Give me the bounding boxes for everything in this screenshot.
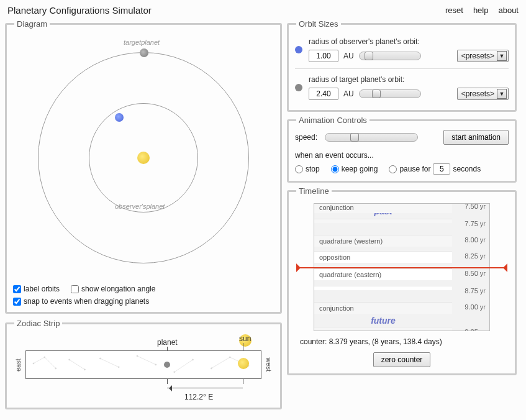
zodiac-strip[interactable] xyxy=(25,350,261,379)
speed-slider[interactable] xyxy=(325,133,418,142)
zodiac-planet-label: planet xyxy=(157,338,166,347)
timeline-time: 9.00 yr xyxy=(465,303,486,311)
diagram-panel: Diagram targetplanet observer'splanet la… xyxy=(5,19,282,314)
observer-dot-icon xyxy=(295,46,302,53)
observer-planet[interactable] xyxy=(115,113,124,122)
event-keep-radio[interactable]: keep going xyxy=(331,165,378,173)
zodiac-sun-label: sun xyxy=(239,334,252,347)
speed-label: speed: xyxy=(295,133,317,142)
orbit-sizes-panel: Orbit Sizes radius of observer's planet'… xyxy=(287,19,517,112)
svg-line-14 xyxy=(34,357,45,363)
timeline-row[interactable]: quadrature (western) xyxy=(314,235,452,247)
chevron-down-icon[interactable]: ▼ xyxy=(497,89,507,99)
about-link[interactable]: about xyxy=(498,6,519,15)
timeline-time: 8.25 yr xyxy=(465,252,486,260)
timeline-row[interactable]: conjunction xyxy=(314,203,452,213)
target-dot-icon xyxy=(295,84,302,91)
show-elongation-checkbox[interactable]: show elongation angle xyxy=(71,285,155,293)
orbit-sizes-legend: Orbit Sizes xyxy=(296,19,341,29)
svg-line-17 xyxy=(100,358,119,367)
svg-line-20 xyxy=(211,357,230,368)
timeline-time: 8.75 yr xyxy=(465,287,486,294)
target-radius-input[interactable] xyxy=(309,88,338,100)
app-title: Planetary Configurations Simulator xyxy=(7,5,152,16)
event-stop-radio[interactable]: stop xyxy=(295,165,320,173)
timeline-time: 8.00 yr xyxy=(465,236,486,244)
timeline-time: 7.50 yr xyxy=(465,203,486,210)
diagram-canvas[interactable]: targetplanet observer'splanet xyxy=(13,34,274,282)
start-animation-button[interactable]: start animation xyxy=(443,130,509,145)
observer-radius-slider[interactable] xyxy=(359,52,421,60)
timeline-future-label: future xyxy=(314,316,452,326)
timeline-row[interactable] xyxy=(314,327,452,331)
snap-to-events-checkbox[interactable]: snap to events when dragging planets xyxy=(13,297,149,306)
zodiac-angle-value: 112.2° E xyxy=(184,393,213,401)
timeline-now-marker xyxy=(296,267,507,268)
counter-text: counter: 8.379 years, (8 years, 138.4 da… xyxy=(300,337,504,346)
target-unit: AU xyxy=(343,89,354,98)
target-radius-label: radius of target planet's orbit: xyxy=(309,75,509,84)
zodiac-panel: Zodiac Strip east west planet sun xyxy=(5,319,282,409)
constellation-icon xyxy=(26,351,261,379)
reset-link[interactable]: reset xyxy=(445,6,463,15)
timeline-time: 7.75 yr xyxy=(465,220,486,227)
target-presets-dropdown[interactable]: <presets> ▼ xyxy=(457,88,509,100)
svg-line-15 xyxy=(45,357,56,368)
timeline-row[interactable]: opposition xyxy=(314,251,452,263)
diagram-legend: Diagram xyxy=(14,19,50,29)
svg-line-18 xyxy=(137,356,156,365)
event-occurs-label: when an event occurs... xyxy=(295,151,509,160)
target-planet[interactable] xyxy=(140,48,148,57)
sun-icon xyxy=(137,152,150,164)
timeline-time: 9.25 yr xyxy=(465,328,486,331)
timeline-row[interactable]: quadrature (eastern) xyxy=(314,268,452,280)
event-pause-radio[interactable]: pause for seconds xyxy=(389,163,481,175)
svg-line-16 xyxy=(70,360,85,370)
zero-counter-button[interactable]: zero counter xyxy=(373,352,431,367)
observer-unit: AU xyxy=(343,52,354,60)
timeline-panel: Timeline past future conjunction7.50 yr7… xyxy=(287,186,517,375)
zodiac-legend: Zodiac Strip xyxy=(14,319,62,328)
animation-panel: Animation Controls speed: start animatio… xyxy=(287,116,517,183)
timeline-row[interactable] xyxy=(314,286,452,290)
pause-seconds-input[interactable] xyxy=(433,163,450,175)
timeline-row[interactable]: conjunction xyxy=(314,302,452,314)
zodiac-west-label: west xyxy=(265,357,273,372)
observer-presets-dropdown[interactable]: <presets> ▼ xyxy=(457,50,509,62)
chevron-down-icon[interactable]: ▼ xyxy=(497,51,507,61)
timeline-time: 8.50 yr xyxy=(465,270,486,277)
zodiac-angle-arrow xyxy=(167,384,243,393)
target-orbit-label: targetplanet xyxy=(124,39,160,46)
zodiac-east-label: east xyxy=(14,358,22,372)
timeline-legend: Timeline xyxy=(296,186,332,196)
observer-radius-input[interactable] xyxy=(309,50,338,62)
zodiac-planet-dot xyxy=(164,362,170,368)
observer-radius-label: radius of observer's planet's orbit: xyxy=(309,37,509,46)
help-link[interactable]: help xyxy=(473,6,489,15)
zodiac-sun-dot xyxy=(238,358,249,369)
label-orbits-checkbox[interactable]: label orbits xyxy=(13,285,60,293)
target-radius-slider[interactable] xyxy=(359,89,421,98)
svg-line-19 xyxy=(175,360,193,372)
observer-orbit-label: observer'splanet xyxy=(115,203,165,210)
timeline-row[interactable] xyxy=(314,219,452,223)
animation-legend: Animation Controls xyxy=(296,116,370,125)
